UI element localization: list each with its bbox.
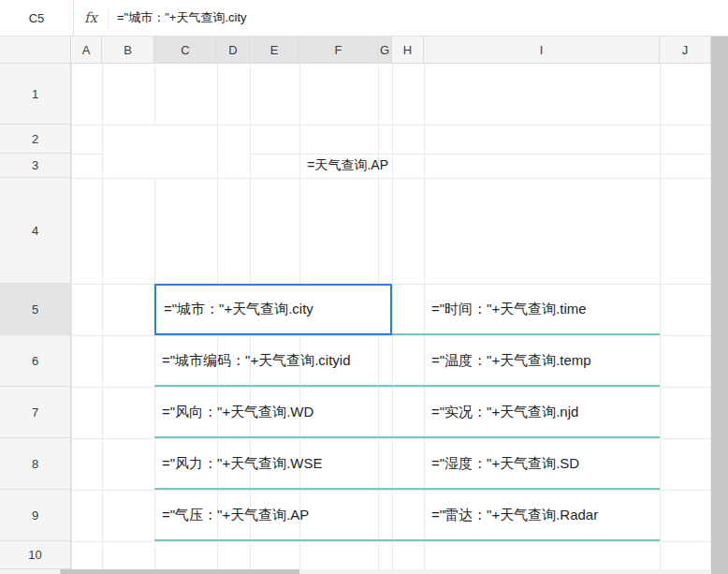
cell-I6[interactable]: ="温度："+天气查询.temp: [424, 335, 667, 387]
column-header-d[interactable]: D: [217, 37, 250, 64]
cell-C5-active-selection[interactable]: ="城市："+天气查询.city: [154, 284, 392, 335]
column-header-b[interactable]: B: [102, 37, 154, 64]
cell-I7[interactable]: ="实况："+天气查询.njd: [424, 387, 667, 438]
column-header-a[interactable]: A: [71, 37, 102, 64]
row-header-11-sliver: [0, 569, 61, 574]
cell-C8[interactable]: ="风力："+天气查询.WSE: [154, 438, 400, 490]
column-header-f[interactable]: F: [299, 37, 378, 64]
gridline: [71, 64, 72, 569]
column-header-e[interactable]: E: [250, 37, 299, 64]
row-header-3[interactable]: 3: [0, 154, 71, 178]
gridline: [71, 178, 711, 179]
column-header-g[interactable]: G: [378, 37, 392, 64]
spreadsheet-app: C5 fx ="城市："+天气查询.city A B C D E F G H I…: [0, 0, 728, 574]
merged-cell-b2-c3[interactable]: [103, 125, 216, 177]
gridline: [71, 541, 711, 542]
cell-I8[interactable]: ="湿度："+天气查询.SD: [424, 438, 667, 490]
cell-C9[interactable]: ="气压："+天气查询.AP: [154, 490, 400, 541]
column-header-j[interactable]: J: [660, 37, 711, 64]
cell-I5[interactable]: ="时间："+天气查询.time: [424, 284, 667, 335]
row-header-4[interactable]: 4: [0, 178, 71, 284]
formula-input[interactable]: ="城市："+天气查询.city: [109, 0, 728, 36]
row-header-2[interactable]: 2: [0, 125, 71, 154]
select-all-corner[interactable]: [0, 37, 71, 64]
row-header-10[interactable]: 10: [0, 541, 71, 569]
cell-F3[interactable]: =天气查询.AP: [250, 154, 392, 178]
row-header-6[interactable]: 6: [0, 335, 71, 387]
vertical-scrollbar[interactable]: [711, 37, 728, 574]
cell-C6[interactable]: ="城市编码："+天气查询.cityid: [154, 335, 400, 387]
merged-cell-d2-d3[interactable]: [218, 125, 249, 177]
name-box[interactable]: C5: [0, 0, 73, 36]
column-header-i[interactable]: I: [424, 37, 660, 64]
horizontal-scrollbar-thumb[interactable]: [61, 569, 299, 574]
cell-C7[interactable]: ="风向："+天气查询.WD: [154, 387, 400, 438]
row-header-8[interactable]: 8: [0, 438, 71, 490]
row-header-1[interactable]: 1: [0, 64, 71, 125]
formula-bar: C5 fx ="城市："+天气查询.city: [0, 0, 728, 37]
column-header-c[interactable]: C: [154, 37, 217, 64]
row-header-7[interactable]: 7: [0, 387, 71, 438]
row-header-5[interactable]: 5: [0, 284, 71, 335]
row-header-9[interactable]: 9: [0, 490, 71, 541]
fx-insert-function-button[interactable]: fx: [74, 0, 108, 36]
column-header-h[interactable]: H: [392, 37, 424, 64]
cell-I9[interactable]: ="雷达："+天气查询.Radar: [424, 490, 667, 541]
